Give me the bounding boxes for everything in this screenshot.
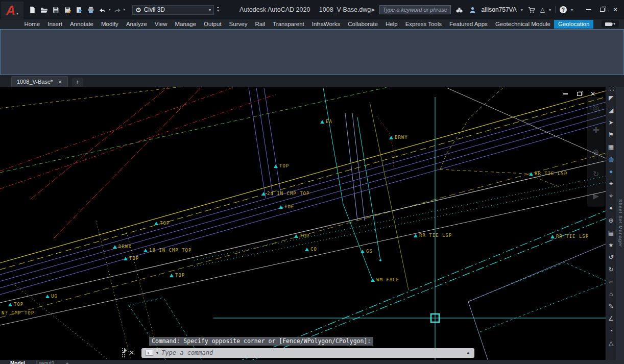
quick-access-toolbar: ▾▾ [28,5,125,15]
ribbon-tab-home[interactable]: Home [20,20,44,29]
redo-icon[interactable] [113,5,123,15]
command-history-line: Command: Specify opposite corner or [Fen… [149,337,373,346]
ribbon-tab-view[interactable]: View [151,20,171,29]
arc-segment-icon[interactable]: ◔ [607,325,616,337]
crosshair-cursor [213,97,606,360]
geo-globe-icon[interactable]: ● [607,165,616,178]
navigation-bar[interactable]: ◎✚⊕↻▶ [587,97,605,207]
triangle-surface-icon[interactable]: △ [607,337,616,349]
app-store-cart-icon[interactable] [527,6,536,14]
redo-curve-icon[interactable]: ↻ [607,263,616,276]
user-avatar-icon[interactable] [468,6,477,14]
point-label-icon[interactable]: ✧ [607,190,616,202]
corner-tool-icon[interactable]: ⌐ [607,276,616,288]
navbar-tool-icon-2[interactable]: ⊕ [593,148,599,157]
search-binoculars-icon[interactable] [455,6,464,14]
command-prompt-icon[interactable]: >_ [146,350,153,356]
file-tab-close-icon[interactable]: ✕ [58,79,62,85]
chevron-down-icon: ▾ [209,8,211,12]
navbar-tool-icon-3[interactable]: ↻ [593,169,599,179]
sketch-pencil-icon[interactable]: ✎ [607,300,616,312]
close-button[interactable]: ✕ [612,7,619,13]
screencast-button[interactable]: ▾ [602,20,619,28]
viewport-restore-button[interactable] [575,91,583,97]
point-edit-icon[interactable]: ✦ [607,202,616,214]
undo-curve-icon[interactable]: ↺ [607,251,616,263]
survey-figure-icon[interactable]: ◤ [607,92,616,104]
undo-chevron-icon[interactable]: ▾ [109,8,111,12]
document-title: 1008_V-Base.dwg [319,6,371,13]
workspace-selector[interactable]: ⚙ Civil 3D ▾ [132,5,214,15]
layout-tab-model[interactable]: Model [10,360,25,364]
command-input[interactable] [161,349,463,356]
ribbon-tab-featured-apps[interactable]: Featured Apps [446,20,492,29]
data-grid-icon[interactable]: ▦ [607,141,616,153]
ribbon-tab-transparent[interactable]: Transparent [269,20,308,29]
command-input-bar[interactable]: >_ ▾ ▲ [141,348,474,358]
camera-icon [605,22,612,26]
qat-customize-button[interactable]: ▾ [217,7,219,13]
command-expand-icon[interactable]: ▲ [466,350,470,355]
favorite-icon[interactable]: ★ [607,239,616,251]
user-menu-chevron-icon[interactable]: ▾ [521,8,523,12]
building-tool-icon[interactable]: ⌂ [607,288,616,300]
ribbon-panel-area[interactable] [0,29,624,75]
new-drawing-tab-button[interactable]: + [72,78,83,87]
ribbon-tab-manage[interactable]: Manage [171,20,200,29]
ribbon-tab-insert[interactable]: Insert [44,20,66,29]
navbar-tool-icon-1[interactable]: ✚ [593,126,599,135]
open-folder-icon[interactable] [39,5,49,15]
new-file-icon[interactable] [28,5,37,15]
layout-tab-new[interactable]: + [65,360,68,364]
ribbon-tab-output[interactable]: Output [200,20,226,29]
help-icon[interactable]: ? [560,6,567,13]
angle-measure-icon[interactable]: ∠ [607,312,616,325]
app-menu-button[interactable]: A ▾ [1,2,23,19]
model-space-canvas[interactable]: ✕ ◎✚⊕↻▶ Command: Specify opposite corner… [0,87,606,360]
ribbon-tab-geolocation[interactable]: Geolocation [554,20,593,29]
viewport-minimize-button[interactable] [562,91,569,97]
layout-tab-layout1[interactable]: Layout1 [36,360,55,364]
sheet-set-manager-palette-tab[interactable]: Sheet Set Manager [616,87,624,360]
ribbon-tab-rail[interactable]: Rail [251,20,269,29]
ribbon-tab-analyze[interactable]: Analyze [122,20,151,29]
cogo-point-icon[interactable]: ✦ [607,178,616,190]
file-tab[interactable]: 1008_V-Base* ✕ [11,76,68,87]
pick-arrow-icon[interactable]: ➤ [607,116,616,129]
ribbon-tab-geotechnical-module[interactable]: Geotechnical Module [491,20,554,29]
navbar-tool-icon-4[interactable]: ▶ [593,191,599,201]
ribbon-tab-modify[interactable]: Modify [98,20,123,29]
ribbon-tab-survey[interactable]: Survey [225,20,251,29]
recent-commands-chevron-icon[interactable]: ▾ [156,351,158,355]
plot-icon[interactable] [75,5,84,15]
geo-map-icon[interactable]: ◍ [607,153,616,165]
help-search-input[interactable] [379,5,451,14]
zoom-point-icon[interactable]: ⊕ [607,214,616,227]
autodesk-connect-icon[interactable]: △ [540,6,545,13]
ribbon-tab-help[interactable]: Help [382,20,402,29]
ribbon-tab-express-tools[interactable]: Express Tools [401,20,445,29]
help-menu-chevron-icon[interactable]: ▾ [571,8,573,12]
print-icon[interactable] [86,5,96,15]
undo-icon[interactable] [98,5,108,15]
search-expand-icon[interactable]: ▶ [372,7,375,12]
save-icon[interactable] [51,5,61,15]
ribbon-tab-annotate[interactable]: Annotate [66,20,97,29]
viewport-window-controls: ✕ [562,91,596,97]
image-insert-icon[interactable]: ▤ [607,227,616,239]
survey-figure2-icon[interactable]: ◢ [607,104,616,116]
ribbon-tab-collaborate[interactable]: Collaborate [344,20,382,29]
signed-in-user[interactable]: allison757VA [482,6,517,13]
flag-marker-icon[interactable]: ⚑ [607,129,616,141]
restore-button[interactable] [598,7,606,13]
right-dock-toolbar: ◤◢➤⚑▦◍●✦✧✦⊕▤★↺↻⌐⌂✎∠◔△ [606,87,616,360]
command-close-icon[interactable]: ✕ [129,349,134,356]
connect-menu-chevron-icon[interactable]: ▾ [549,8,551,12]
navbar-tool-icon-0[interactable]: ◎ [592,104,599,113]
toolbar-grip-handle[interactable] [608,88,614,91]
save-as-icon[interactable] [63,5,73,15]
viewport-close-button[interactable]: ✕ [589,91,596,97]
redo-chevron-icon[interactable]: ▾ [124,8,126,12]
minimize-button[interactable] [585,7,592,13]
ribbon-tab-infraworks[interactable]: InfraWorks [308,20,344,29]
